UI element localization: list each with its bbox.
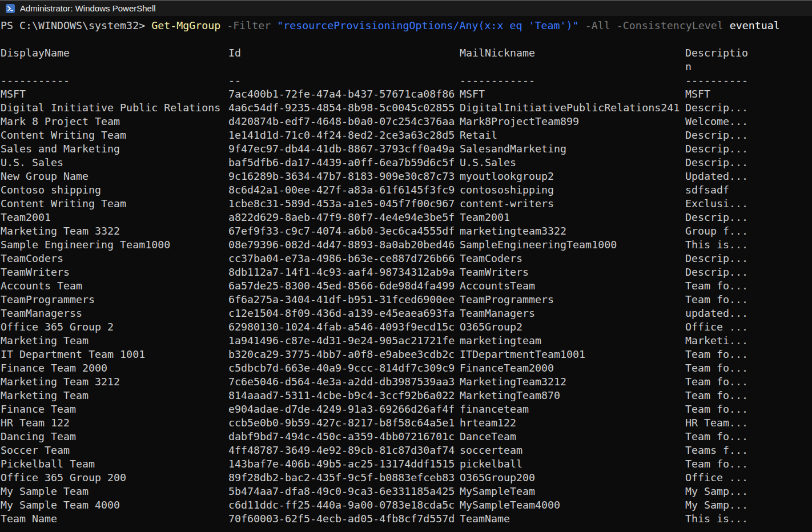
cell-mail-nickname: FinanceTeam2000 xyxy=(460,361,554,375)
output-table-rows: MSFT7ac400b1-72fe-47a4-b437-57671ca08f86… xyxy=(0,87,812,526)
cell-mail-nickname: AccountsTeam xyxy=(460,279,535,293)
header-mailnickname: MailNickname xyxy=(460,46,535,60)
separator-mailnickname: ------------ xyxy=(460,74,535,87)
cell-id: 9c16289b-3634-47b7-8183-909e30c87c73 xyxy=(228,170,455,183)
cell-mail-nickname: Team2001 xyxy=(460,211,510,224)
table-row: Office 365 Group 20089f28db2-bac2-435f-9… xyxy=(0,471,812,485)
cell-display-name: TeamWriters xyxy=(1,265,70,279)
cell-id: c5dbcb7d-663e-40a9-9ccc-814df7c309c9 xyxy=(228,361,455,375)
cell-description: Team fo... xyxy=(685,457,748,471)
cell-id: 814aaad7-5311-4cbe-b9c4-3ccf92b6a022 xyxy=(228,389,455,402)
command-segment-argument: eventual xyxy=(730,19,780,31)
cell-display-name: Content Writing Team xyxy=(1,197,126,211)
cell-description: Team fo... xyxy=(685,430,748,444)
cell-display-name: Dancing Team xyxy=(1,430,76,444)
table-row: Marketing Team 332267ef9f33-c9c7-4074-a6… xyxy=(0,224,812,238)
powershell-window: Administrator: Windows PowerShell PS C:\… xyxy=(0,0,812,532)
cell-id: 8db112a7-14f1-4c93-aaf4-98734312ab9a xyxy=(228,265,455,279)
cell-id: c6d11ddc-ff25-440a-9a00-0783e18cda5c xyxy=(228,498,455,512)
cell-id: 8c6d42a1-00ee-427f-a83a-61f6145f3fc9 xyxy=(228,183,455,197)
cell-description: Team fo... xyxy=(685,348,748,361)
terminal-screen[interactable]: PS C:\WINDOWS\system32> Get-MgGroup -Fil… xyxy=(0,16,812,532)
prompt: PS C:\WINDOWS\system32> xyxy=(1,19,151,31)
cell-display-name: Mark 8 Project Team xyxy=(1,115,120,128)
cell-description: MSFT xyxy=(685,87,710,101)
cell-display-name: Marketing Team xyxy=(1,334,89,348)
cell-mail-nickname: MarketingTeam870 xyxy=(460,389,560,402)
table-row: Accounts Team6a57de25-8300-45ed-8566-6de… xyxy=(0,279,812,293)
cell-description: Office ... xyxy=(685,320,748,334)
cell-id: 5b474aa7-dfa8-49c0-9ca3-6e331185a425 xyxy=(228,485,455,498)
cell-id: e904adae-d7de-4249-91a3-69266d26af4f xyxy=(228,402,455,416)
window-title: Administrator: Windows PowerShell xyxy=(20,3,156,13)
cell-mail-nickname: financeteam xyxy=(460,402,529,416)
cell-mail-nickname: SalesandMarketing xyxy=(460,142,566,156)
table-row: Marketing Team814aaad7-5311-4cbe-b9c4-3c… xyxy=(0,389,812,402)
cell-display-name: Soccer Team xyxy=(1,444,70,457)
cell-id: 6f6a275a-3404-41df-b951-31fced6900ee xyxy=(228,293,455,307)
cell-mail-nickname: Mark8ProjectTeam899 xyxy=(460,115,579,128)
cell-id: d420874b-edf7-4648-b0a0-07c254c376aa xyxy=(228,115,455,128)
cell-description: Office ... xyxy=(685,471,748,485)
cell-display-name: Team2001 xyxy=(1,211,51,224)
table-row: U.S. Salesbaf5dfb6-da17-4439-a0ff-6ea7b5… xyxy=(0,156,812,170)
table-row: MSFT7ac400b1-72fe-47a4-b437-57671ca08f86… xyxy=(0,87,812,101)
cell-description: Team fo... xyxy=(685,361,748,375)
cell-id: 1a941496-c87e-4d31-9e24-905ac21721fe xyxy=(228,334,455,348)
cell-id: b320ca29-3775-4bb7-a0f8-e9abee3cdb2c xyxy=(228,348,455,361)
table-row: TeamProgrammers6f6a275a-3404-41df-b951-3… xyxy=(0,293,812,307)
cell-mail-nickname: TeamManagers xyxy=(460,307,535,320)
cell-id: a822d629-8aeb-47f9-80f7-4e4e94e3be5f xyxy=(228,211,455,224)
table-row: Sample Engineering Team100008e79396-082d… xyxy=(0,238,812,252)
cell-description: Team fo... xyxy=(685,389,748,402)
cell-description: HR Team... xyxy=(685,416,748,430)
cell-display-name: Marketing Team 3212 xyxy=(1,375,120,389)
command-segment-plain xyxy=(723,19,730,31)
cell-id: ccb5e0b0-9b59-427c-8217-b8f58c64a5e1 xyxy=(228,416,455,430)
table-header-line1: DisplayName Id MailNickname Descriptio xyxy=(0,46,812,60)
cell-id: cc37ba04-e73a-4986-b63e-ce887d726b66 xyxy=(228,252,455,265)
table-row: My Sample Team5b474aa7-dfa8-49c0-9ca3-6e… xyxy=(0,485,812,498)
cell-mail-nickname: ITDepartmentTeam1001 xyxy=(460,348,585,361)
powershell-icon[interactable] xyxy=(6,4,15,13)
cell-display-name: Marketing Team 3322 xyxy=(1,224,120,238)
cell-description: sdfsadf xyxy=(685,183,729,197)
table-row: TeamCoderscc37ba04-e73a-4986-b63e-ce887d… xyxy=(0,252,812,265)
cell-id: 62980130-1024-4fab-a546-4093f9ecd15c xyxy=(228,320,455,334)
command-line: PS C:\WINDOWS\system32> Get-MgGroup -Fil… xyxy=(0,19,812,33)
table-row: My Sample Team 4000c6d11ddc-ff25-440a-9a… xyxy=(0,498,812,512)
cell-mail-nickname: Retail xyxy=(460,128,497,142)
table-header-line2: n xyxy=(0,60,812,74)
command-segments: Get-MgGroup -Filter "resourceProvisionin… xyxy=(151,19,780,31)
cell-mail-nickname: marketingteam3322 xyxy=(460,224,566,238)
cell-mail-nickname: myoutlookgroup2 xyxy=(460,170,554,183)
cell-display-name: Marketing Team xyxy=(1,389,89,402)
cell-display-name: Sales and Marketing xyxy=(1,142,120,156)
cell-description: Teams f... xyxy=(685,444,748,457)
cell-id: 08e79396-082d-4d47-8893-8a0ab20bed46 xyxy=(228,238,455,252)
header-id: Id xyxy=(228,46,241,60)
cell-display-name: Contoso shipping xyxy=(1,183,101,197)
cell-id: 70f60003-62f5-4ecb-ad05-4fb8cf7d557d xyxy=(228,512,455,526)
table-row: HR Team 122ccb5e0b0-9b59-427c-8217-b8f58… xyxy=(0,416,812,430)
cell-description: Marketi... xyxy=(685,334,748,348)
cell-display-name: Pickelball Team xyxy=(1,457,95,471)
cell-description: Descrip... xyxy=(685,128,748,142)
command-segment-command: Get-MgGroup xyxy=(151,19,220,31)
command-segment-plain xyxy=(220,19,227,31)
cell-description: My Samp... xyxy=(685,485,748,498)
cell-display-name: TeamProgrammers xyxy=(1,293,95,307)
cell-mail-nickname: O365Group200 xyxy=(460,471,535,485)
cell-mail-nickname: soccerteam xyxy=(460,444,522,457)
table-row: Content Writing Team1cbe8c31-589d-453a-a… xyxy=(0,197,812,211)
cell-id: 1cbe8c31-589d-453a-a1e5-045f7f00c967 xyxy=(228,197,455,211)
cell-mail-nickname: MySampleTeam xyxy=(460,485,535,498)
cell-mail-nickname: TeamName xyxy=(460,512,510,526)
cell-description: My Samp... xyxy=(685,498,748,512)
cell-display-name: Digital Initiative Public Relations xyxy=(1,101,220,115)
cell-description: Descrip... xyxy=(685,142,748,156)
blank-line xyxy=(0,33,812,46)
cell-id: 4ff48787-3649-4e92-89cb-81c87d30af74 xyxy=(228,444,455,457)
cell-display-name: Sample Engineering Team1000 xyxy=(1,238,170,252)
cell-display-name: Finance Team 2000 xyxy=(1,361,107,375)
